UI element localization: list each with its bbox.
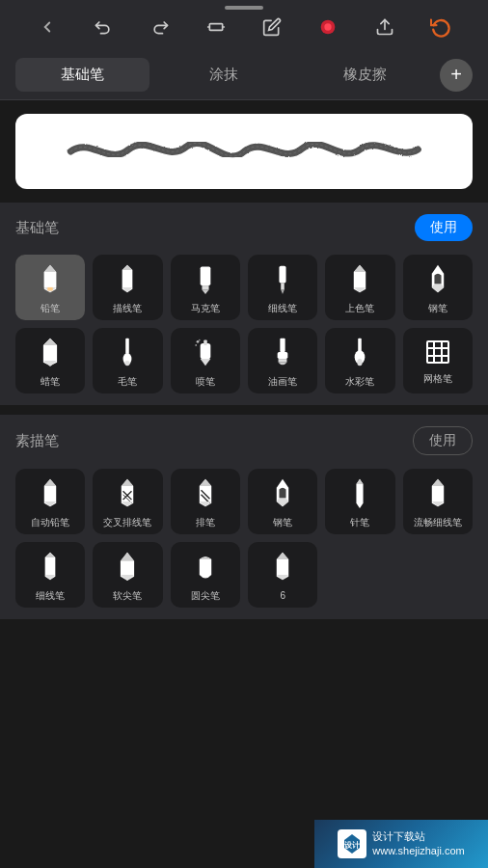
brush-item-liner[interactable]: 描线笔 [93, 255, 162, 320]
content-scroll: 基础笔 涂抹 橡皮擦 + 基础笔 使用 [0, 50, 488, 812]
spray-icon [192, 337, 219, 371]
brush-item-colorup[interactable]: 上色笔 [325, 255, 394, 320]
svg-rect-36 [279, 359, 287, 363]
layers-icon[interactable] [203, 14, 230, 41]
svg-marker-5 [44, 264, 56, 271]
six-icon [270, 551, 295, 585]
record-icon[interactable] [314, 14, 341, 41]
sketch-brush-grid: 自动铅笔 交叉排线笔 [15, 469, 473, 608]
watermark-url: www.shejizhaji.com [372, 844, 464, 858]
sketch-section-header: 素描笔 使用 [15, 426, 473, 455]
six-label: 6 [280, 589, 285, 602]
brush-item-pencil[interactable]: 铅笔 [15, 255, 85, 320]
svg-point-32 [199, 339, 201, 340]
svg-marker-46 [44, 478, 56, 485]
pen-icon [425, 263, 450, 298]
svg-marker-23 [43, 338, 57, 344]
brush-label: 毛笔 [118, 375, 137, 388]
svg-marker-63 [432, 478, 444, 485]
fineliner-label: 细线笔 [268, 302, 297, 314]
brush-item-brush[interactable]: 毛笔 [93, 328, 162, 393]
watercolor-icon [347, 337, 372, 371]
svg-marker-66 [45, 552, 56, 556]
undo-icon[interactable] [90, 14, 117, 41]
brush-item-cross-hatch[interactable]: 交叉排线笔 [93, 469, 162, 534]
tab-huabi[interactable]: 基础笔 [15, 58, 149, 92]
brush-preview [15, 114, 473, 189]
tab-xiangpi[interactable]: 橡皮擦 [298, 58, 432, 92]
brush-item-fineliner[interactable]: 细线笔 [248, 255, 317, 320]
history-icon[interactable] [427, 14, 454, 41]
sketch-section: 素描笔 使用 自动铅笔 [0, 415, 488, 619]
brush-item-watercolor[interactable]: 水彩笔 [325, 328, 394, 393]
redo-icon[interactable] [147, 14, 174, 41]
pen-label: 钢笔 [428, 302, 447, 314]
svg-marker-55 [200, 478, 211, 485]
brush-item-needle[interactable]: 针笔 [325, 469, 394, 534]
spray-label: 喷笔 [196, 375, 215, 388]
back-icon[interactable] [34, 14, 61, 41]
export-icon[interactable] [371, 14, 398, 41]
tab-tumo[interactable]: 涂抹 [157, 58, 291, 92]
svg-marker-10 [122, 264, 133, 269]
brush-item-smooth-fine[interactable]: 流畅细线笔 [403, 469, 473, 534]
basic-section-header: 基础笔 使用 [15, 214, 473, 241]
brush-item-steel-pen[interactable]: 钢笔 [248, 469, 317, 534]
hatch-icon [193, 477, 218, 512]
svg-rect-16 [281, 283, 285, 289]
svg-marker-14 [202, 289, 208, 293]
needle-label: 针笔 [350, 516, 369, 529]
brush-item-auto-pencil[interactable]: 自动铅笔 [15, 469, 85, 534]
svg-rect-29 [203, 339, 207, 344]
edit-icon[interactable] [258, 14, 285, 41]
auto-pencil-icon [38, 477, 63, 512]
brush-item-marker[interactable]: 马克笔 [171, 255, 240, 320]
smooth-fine-label: 流畅细线笔 [414, 516, 462, 529]
svg-marker-24 [43, 360, 57, 366]
svg-marker-49 [122, 478, 133, 485]
brush-item-pen[interactable]: 钢笔 [403, 255, 473, 320]
marker-label: 马克笔 [191, 302, 220, 314]
tab-bar: 基础笔 涂抹 橡皮擦 + [0, 50, 488, 100]
oilpaint-label: 油画笔 [268, 375, 297, 388]
brush-item-oilpaint[interactable]: 油画笔 [248, 328, 317, 393]
svg-marker-17 [281, 289, 285, 293]
svg-marker-61 [357, 478, 364, 483]
watermark-site: 设计下载站 [372, 829, 464, 844]
brush-item-crayon[interactable]: 蜡笔 [15, 328, 85, 393]
watermark-logo: 设计 [338, 829, 366, 858]
steel-pen-label: 钢笔 [273, 516, 292, 529]
brush-item-round-tip[interactable]: 圆尖笔 [171, 542, 240, 608]
grid-label: 网格笔 [423, 372, 452, 385]
crayon-icon [38, 337, 63, 371]
svg-marker-70 [121, 574, 134, 580]
svg-rect-6 [44, 271, 56, 286]
brush-item-grid[interactable]: 网格笔 [403, 328, 473, 393]
svg-point-2 [325, 23, 332, 30]
svg-marker-33 [200, 359, 210, 366]
basic-section: 基础笔 使用 铅笔 [0, 203, 488, 405]
watercolor-label: 水彩笔 [345, 375, 374, 388]
watermark: 设计 设计下载站 www.shejizhaji.com [314, 820, 488, 868]
brush-item-soft-tip[interactable]: 软尖笔 [93, 542, 162, 608]
oilpaint-icon [270, 337, 295, 371]
sketch-use-button[interactable]: 使用 [413, 426, 473, 455]
add-tab-button[interactable]: + [440, 59, 473, 92]
svg-rect-37 [359, 338, 363, 351]
colorup-icon [347, 263, 372, 298]
soft-tip-label: 软尖笔 [113, 589, 142, 602]
brush-item-hatch[interactable]: 排笔 [171, 469, 240, 534]
watermark-text-block: 设计下载站 www.shejizhaji.com [372, 829, 464, 859]
basic-brush-grid: 铅笔 描线笔 [15, 255, 473, 393]
brush-item-six[interactable]: 6 [248, 542, 317, 608]
svg-marker-72 [277, 552, 288, 558]
hatch-label: 排笔 [196, 516, 215, 529]
brush-item-spray[interactable]: 喷笔 [171, 328, 240, 393]
basic-use-button[interactable]: 使用 [415, 214, 473, 241]
fineliner-icon [270, 263, 295, 298]
brush-item-fine-liner2[interactable]: 细线笔 [15, 542, 85, 608]
pencil-icon [38, 263, 63, 298]
toolbar-center-bar [225, 6, 263, 10]
svg-rect-12 [200, 266, 210, 285]
liner-icon [115, 263, 140, 298]
